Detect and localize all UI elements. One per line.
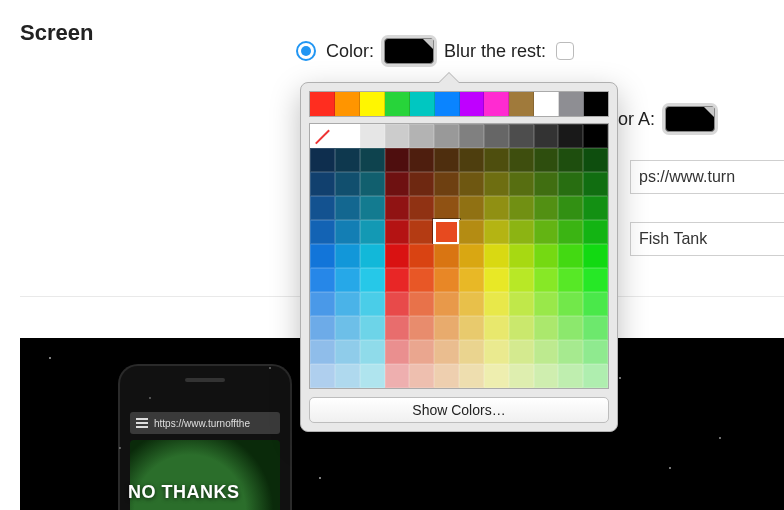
color-grid-cell[interactable] (434, 148, 459, 172)
color-grid-cell[interactable] (509, 220, 534, 244)
color-grid-cell[interactable] (360, 148, 385, 172)
color-grid-cell[interactable] (534, 364, 559, 388)
color-grid-cell[interactable] (335, 364, 360, 388)
color-grid-cell[interactable] (409, 172, 434, 196)
color-grid-cell[interactable] (484, 220, 509, 244)
color-grid-cell[interactable] (459, 196, 484, 220)
color-grid-cell[interactable] (509, 148, 534, 172)
color-grid-cell[interactable] (558, 124, 583, 148)
color-grid-cell[interactable] (434, 244, 459, 268)
color-grid-cell[interactable] (434, 316, 459, 340)
preset-color-cell[interactable] (559, 92, 584, 116)
color-grid-cell[interactable] (385, 340, 410, 364)
color-grid-cell[interactable] (385, 220, 410, 244)
color-grid-cell[interactable] (484, 124, 509, 148)
color-grid-cell[interactable] (409, 124, 434, 148)
color-grid-cell[interactable] (583, 124, 608, 148)
color-grid-cell[interactable] (310, 268, 335, 292)
color-grid-cell[interactable] (534, 316, 559, 340)
url-input[interactable]: ps://www.turn (630, 160, 784, 194)
color-grid-cell[interactable] (484, 268, 509, 292)
preset-color-cell[interactable] (360, 92, 385, 116)
color-grid-cell[interactable] (335, 220, 360, 244)
color-grid-cell[interactable] (534, 340, 559, 364)
color-grid-cell[interactable] (335, 316, 360, 340)
color-grid-cell[interactable] (335, 172, 360, 196)
color-grid-cell[interactable] (335, 244, 360, 268)
color-grid-cell[interactable] (335, 196, 360, 220)
color-grid-cell[interactable] (484, 148, 509, 172)
color-grid-cell[interactable] (583, 220, 608, 244)
show-colors-button[interactable]: Show Colors… (309, 397, 609, 423)
color-grid-cell[interactable] (484, 244, 509, 268)
color-grid-cell[interactable] (434, 364, 459, 388)
color-grid-cell[interactable] (409, 148, 434, 172)
color-grid-cell[interactable] (385, 268, 410, 292)
color-grid-cell[interactable] (335, 340, 360, 364)
color-grid-cell[interactable] (409, 364, 434, 388)
color-grid-cell[interactable] (509, 292, 534, 316)
color-grid-cell[interactable] (310, 220, 335, 244)
color-grid-cell[interactable] (534, 268, 559, 292)
color-grid-cell[interactable] (385, 364, 410, 388)
preset-color-cell[interactable] (534, 92, 559, 116)
color-grid-cell[interactable] (558, 268, 583, 292)
color-grid-cell[interactable] (484, 196, 509, 220)
color-grid-cell[interactable] (459, 340, 484, 364)
color-grid-cell[interactable] (509, 172, 534, 196)
color-grid-cell[interactable] (558, 316, 583, 340)
color-grid-cell[interactable] (509, 124, 534, 148)
color-grid-cell[interactable] (409, 220, 434, 244)
color-grid-cell[interactable] (558, 148, 583, 172)
color-grid-cell[interactable] (558, 196, 583, 220)
color-grid-cell[interactable] (509, 340, 534, 364)
color-a-swatch-button[interactable] (665, 106, 715, 132)
color-grid-cell[interactable] (310, 148, 335, 172)
color-grid-cell[interactable] (583, 292, 608, 316)
color-grid-cell[interactable] (385, 172, 410, 196)
preset-color-cell[interactable] (509, 92, 534, 116)
color-grid-cell[interactable] (459, 172, 484, 196)
preset-color-cell[interactable] (484, 92, 509, 116)
title-input[interactable]: Fish Tank (630, 222, 784, 256)
color-grid-cell[interactable] (534, 196, 559, 220)
color-grid-cell[interactable] (360, 364, 385, 388)
color-grid-cell[interactable] (583, 340, 608, 364)
color-grid-cell[interactable] (534, 244, 559, 268)
color-grid-cell[interactable] (360, 172, 385, 196)
color-grid-cell[interactable] (558, 244, 583, 268)
color-grid-cell[interactable] (335, 148, 360, 172)
color-grid-cell[interactable] (360, 292, 385, 316)
color-grid-cell[interactable] (583, 364, 608, 388)
color-grid-cell[interactable] (534, 172, 559, 196)
no-thanks-overlay[interactable]: NO THANKS (128, 482, 240, 503)
color-grid-cell[interactable] (583, 196, 608, 220)
color-grid-cell[interactable] (484, 364, 509, 388)
preset-color-cell[interactable] (460, 92, 485, 116)
color-grid-cell[interactable] (385, 244, 410, 268)
color-grid-cell[interactable] (459, 220, 484, 244)
color-grid-cell[interactable] (385, 124, 410, 148)
preset-color-cell[interactable] (335, 92, 360, 116)
color-grid-cell[interactable] (459, 364, 484, 388)
color-grid-cell[interactable] (310, 196, 335, 220)
color-grid-cell[interactable] (385, 148, 410, 172)
color-grid-cell[interactable] (558, 292, 583, 316)
color-grid-cell[interactable] (360, 124, 385, 148)
color-grid-cell[interactable] (360, 316, 385, 340)
color-grid-cell[interactable] (434, 268, 459, 292)
color-grid-cell[interactable] (459, 244, 484, 268)
color-grid-cell[interactable] (385, 292, 410, 316)
color-grid-cell[interactable] (409, 292, 434, 316)
color-grid-cell[interactable] (459, 316, 484, 340)
color-grid-cell[interactable] (409, 244, 434, 268)
color-grid-cell[interactable] (484, 172, 509, 196)
color-grid-cell[interactable] (434, 340, 459, 364)
color-grid-cell[interactable] (409, 268, 434, 292)
color-grid-cell[interactable] (434, 172, 459, 196)
preset-color-cell[interactable] (435, 92, 460, 116)
color-grid-cell-selected[interactable] (434, 220, 459, 244)
color-grid-cell[interactable] (534, 292, 559, 316)
color-radio[interactable] (296, 41, 316, 61)
no-color-cell[interactable] (310, 124, 335, 148)
